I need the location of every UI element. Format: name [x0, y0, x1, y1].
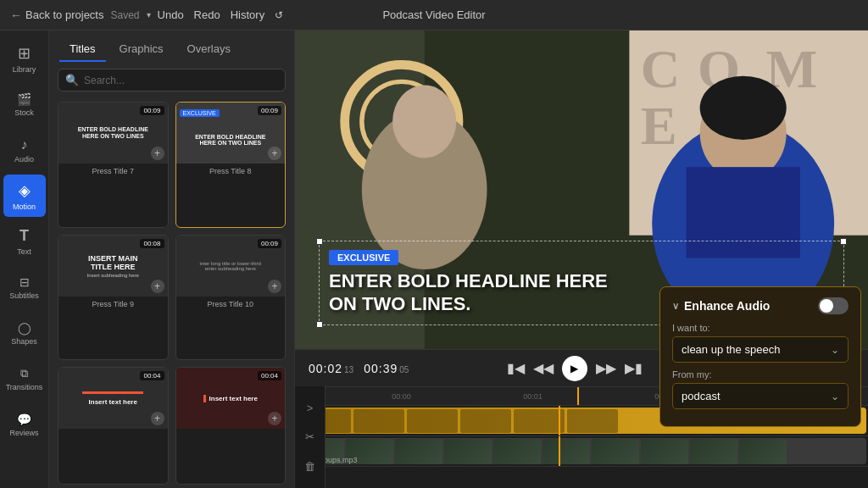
card-badge-10: 00:09 [258, 239, 281, 248]
sidebar-label-audio: Audio [14, 155, 34, 164]
card-label-8: Press Title 8 [176, 164, 286, 179]
transport-controls: ▮◀ ◀◀ ▶ ▶▶ ▶▮ [507, 356, 643, 381]
title-preview-9: 00:08 INSERT MAINTITLE HERE Insert subhe… [58, 236, 168, 297]
enhance-want-value: clean up the speech [682, 343, 780, 356]
sidebar-label-subtitles: Subtitles [9, 291, 39, 300]
timeline-left-controls: > ✂ 🗑 [295, 386, 326, 488]
rewind-button[interactable]: ◀◀ [533, 360, 554, 376]
title-preview-11: 00:04 Insert text here + [58, 368, 168, 429]
sidebar-item-motion[interactable]: ◈ Motion [3, 175, 46, 217]
transitions-icon: ⧉ [20, 367, 28, 380]
history-label: History [231, 8, 264, 21]
card-badge-7: 00:09 [140, 106, 164, 115]
sidebar: ⊞ Library 🎬 Stock ♪ Audio ◈ Motion T Tex… [0, 30, 49, 488]
reviews-icon: 💬 [17, 413, 31, 426]
current-frames: 13 [344, 365, 353, 374]
add-icon-10[interactable]: + [268, 280, 281, 293]
search-box[interactable]: 🔍 [58, 69, 286, 92]
panel-tabs: Titles Graphics Overlays [49, 30, 294, 62]
video-track: 04 - Groups.mp3 [295, 436, 868, 467]
titles-panel: Titles Graphics Overlays 🔍 00:09 ENTER B… [49, 30, 295, 488]
current-time-display: 00:02 13 [309, 362, 353, 375]
video-clip[interactable] [295, 438, 866, 464]
title-card-9[interactable]: 00:08 INSERT MAINTITLE HERE Insert subhe… [58, 235, 169, 361]
enhance-want-field: I want to: clean up the speech ⌄ [672, 323, 849, 363]
sidebar-item-shapes[interactable]: ◯ Shapes [3, 312, 46, 354]
add-icon-7[interactable]: + [151, 147, 164, 160]
skip-to-end-button[interactable]: ▶▮ [625, 360, 643, 376]
total-time-display: 00:39 05 [364, 362, 409, 375]
toggle-knob [820, 299, 833, 313]
enhance-chevron-icon[interactable]: ∨ [672, 301, 679, 312]
title-preview-10: 00:09 inter long title or lower-thirdent… [176, 236, 286, 297]
enhance-from-value: podcast [682, 390, 721, 402]
svg-point-15 [700, 76, 787, 140]
back-label: Back to projects [25, 8, 104, 21]
undo-button[interactable]: Undo [158, 8, 184, 21]
sidebar-item-stock[interactable]: 🎬 Stock [3, 83, 46, 125]
sidebar-item-transitions[interactable]: ⧉ Transitions [3, 358, 46, 400]
enhance-toggle[interactable] [818, 297, 849, 314]
add-icon-11[interactable]: + [151, 412, 164, 425]
sidebar-item-text[interactable]: T Text [3, 220, 46, 263]
search-input[interactable] [84, 75, 278, 86]
title-card-7[interactable]: 00:09 ENTER BOLD HEADLINEHERE ON TWO LIN… [58, 102, 169, 228]
card-badge-8: 00:09 [258, 106, 281, 115]
track-playhead [559, 406, 560, 435]
title-card-10[interactable]: 00:09 inter long title or lower-thirdent… [175, 235, 287, 361]
card-badge-11: 00:04 [140, 371, 164, 380]
title-card-12[interactable]: 00:04 Insert text here + [175, 367, 287, 485]
main-layout: ⊞ Library 🎬 Stock ♪ Audio ◈ Motion T Tex… [0, 30, 868, 488]
title-card-11[interactable]: 00:04 Insert text here + [58, 367, 169, 485]
history-icon: ↺ [275, 9, 283, 21]
from-dropdown-caret: ⌄ [831, 391, 839, 402]
sidebar-item-reviews[interactable]: 💬 Reviews [3, 403, 46, 446]
audio-icon: ♪ [21, 137, 28, 152]
enhance-from-field: From my: podcast ⌄ [672, 369, 849, 409]
total-time: 00:39 [364, 362, 398, 375]
enhance-want-dropdown[interactable]: clean up the speech ⌄ [672, 336, 849, 363]
tab-titles[interactable]: Titles [59, 37, 106, 62]
play-button[interactable]: ▶ [562, 356, 587, 381]
title-preview-8: 00:09 EXCLUSIVE ENTER BOLD HEADLINEHERE … [176, 103, 286, 164]
sidebar-item-library[interactable]: ⊞ Library [3, 37, 46, 80]
back-button[interactable]: ← Back to projects [10, 8, 104, 22]
fast-forward-button[interactable]: ▶▶ [596, 360, 616, 376]
text-icon: T [19, 227, 29, 245]
card-badge-12: 00:04 [258, 371, 281, 380]
skip-to-start-button[interactable]: ▮◀ [507, 360, 525, 376]
sidebar-label-shapes: Shapes [11, 337, 37, 346]
sidebar-label-stock: Stock [14, 108, 34, 117]
saved-dropdown-icon[interactable]: ▾ [147, 10, 151, 19]
stock-icon: 🎬 [17, 92, 31, 106]
title-card-8[interactable]: 00:09 EXCLUSIVE ENTER BOLD HEADLINEHERE … [175, 102, 287, 228]
saved-label: Saved [111, 9, 140, 21]
svg-text:C: C [641, 39, 681, 99]
redo-button[interactable]: Redo [194, 8, 220, 21]
track2-playhead [559, 436, 560, 466]
tab-overlays[interactable]: Overlays [177, 37, 241, 62]
svg-text:E: E [641, 96, 677, 156]
add-icon-12[interactable]: + [268, 412, 281, 425]
sidebar-item-audio[interactable]: ♪ Audio [3, 129, 46, 171]
cut-button[interactable]: ✂ [301, 429, 319, 445]
enhance-from-label: From my: [672, 369, 849, 380]
playhead [577, 387, 579, 405]
delete-button[interactable]: 🗑 [300, 458, 320, 474]
card-label-9: Press Title 9 [58, 297, 168, 312]
sidebar-item-subtitles[interactable]: ⊟ Subtitles [3, 266, 46, 308]
shapes-icon: ◯ [18, 321, 31, 335]
expand-button[interactable]: > [303, 400, 318, 416]
sidebar-label-library: Library [13, 65, 36, 74]
sidebar-label-reviews: Reviews [9, 429, 38, 437]
enhance-title: ∨ Enhance Audio [672, 299, 770, 313]
library-icon: ⊞ [18, 44, 31, 63]
add-icon-9[interactable]: + [151, 280, 164, 293]
add-icon-8[interactable]: + [268, 147, 281, 160]
enhance-from-dropdown[interactable]: podcast ⌄ [672, 383, 849, 409]
enhance-header: ∨ Enhance Audio [672, 297, 849, 314]
sidebar-label-transitions: Transitions [6, 383, 43, 391]
tab-graphics[interactable]: Graphics [109, 37, 174, 62]
titles-grid: 00:09 ENTER BOLD HEADLINEHERE ON TWO LIN… [49, 98, 294, 488]
card-label-10: Press Title 10 [176, 297, 286, 312]
